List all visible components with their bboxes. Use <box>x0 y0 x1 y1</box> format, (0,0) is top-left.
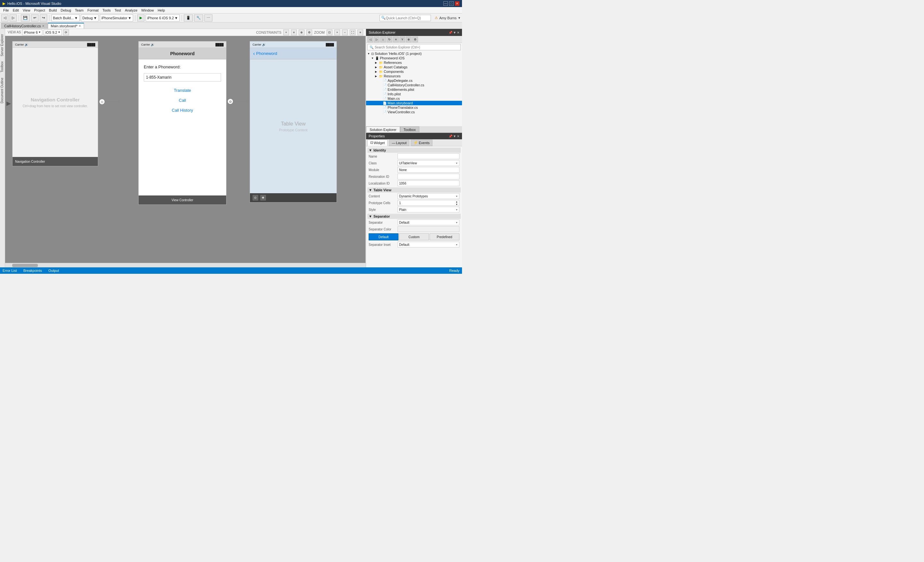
constraint-settings-button[interactable]: ⚙ <box>306 30 312 35</box>
device-button[interactable]: 📱 <box>184 14 193 21</box>
run-target-dropdown[interactable]: iPhone 6 iOS 9.2 ▼ <box>146 14 180 21</box>
zoom-in-button[interactable]: + <box>334 30 340 35</box>
tree-entitlements[interactable]: 📄 Entitlements.plist <box>366 87 462 92</box>
menu-window[interactable]: Window <box>139 7 156 13</box>
ios-dropdown[interactable]: iOS 9.2 ▼ <box>44 30 62 35</box>
zoom-fit-button[interactable]: ⊡ <box>327 30 332 35</box>
configuration-dropdown[interactable]: Debug ▼ <box>81 14 99 21</box>
tree-references[interactable]: ▶ 📁 References <box>366 60 462 65</box>
se-search-input[interactable] <box>375 45 459 49</box>
sidebar-server-explorer[interactable]: Server Explorer <box>0 32 5 59</box>
tree-maincs[interactable]: 📄 Main.cs <box>366 96 462 101</box>
expand-icon[interactable]: ▶ <box>375 66 379 69</box>
search-toolbar[interactable]: 🔍 <box>380 15 431 21</box>
menu-tools[interactable]: Tools <box>100 7 112 13</box>
expand-icon[interactable]: ▼ <box>371 57 375 60</box>
identity-section[interactable]: ▼ Identity <box>368 148 461 153</box>
se-refresh-button[interactable]: ↻ <box>387 37 392 42</box>
back-button[interactable]: ◁ <box>1 14 8 21</box>
menu-debug[interactable]: Debug <box>59 7 73 13</box>
menu-analyze[interactable]: Analyze <box>123 7 139 13</box>
stepper[interactable]: ▲ ▼ <box>456 201 458 206</box>
vc-input-field[interactable]: 1-855-Xamarin <box>144 73 221 81</box>
prop-module-value[interactable]: None <box>398 167 459 173</box>
table-view-controller[interactable]: Carrier 🔊 ████ ‹ Phoneword Table View Pr… <box>250 41 337 203</box>
sidebar-document-outline[interactable]: Document Outline <box>0 75 5 106</box>
menu-build[interactable]: Build <box>47 7 59 13</box>
tab-mainstoryboard[interactable]: Main.storyboard* ✕ <box>48 23 84 29</box>
expand-icon[interactable]: ▶ <box>375 75 379 78</box>
prop-sep-inset-value[interactable]: Default <box>398 242 459 248</box>
prop-prototype-value[interactable]: 1 ▲ ▼ <box>398 200 459 206</box>
call-history-button[interactable]: Call History <box>144 108 221 113</box>
menu-test[interactable]: Test <box>112 7 123 13</box>
menu-edit[interactable]: Edit <box>11 7 21 13</box>
prop-content-value[interactable]: Dynamic Prototypes <box>398 193 459 199</box>
se-forward-button[interactable]: ▷ <box>374 37 380 42</box>
expand-icon[interactable]: ▶ <box>375 70 379 73</box>
constraint-resolve-button[interactable]: ⊕ <box>299 30 304 35</box>
view-controller[interactable]: Carrier 🔊 ████ Phoneword Enter a Phonewo… <box>138 41 226 205</box>
se-search[interactable]: 🔍 <box>368 44 461 50</box>
menu-view[interactable]: View <box>21 7 32 13</box>
canvas[interactable]: ▶ Carrier 🔊 ████ Navigation Controller C… <box>5 36 366 263</box>
back-label[interactable]: Phoneword <box>256 51 277 56</box>
dropdown-icon[interactable]: ▼ <box>453 31 456 35</box>
status-breakpoints[interactable]: Breakpoints <box>23 269 42 272</box>
constraint-options-button[interactable]: ≡ <box>291 30 297 35</box>
custom-button[interactable]: Custom <box>399 233 429 240</box>
tree-project[interactable]: ▼ 📱 Phoneword iOS <box>366 56 462 60</box>
tab-close[interactable]: ✕ <box>79 24 81 28</box>
window-controls[interactable]: — □ ✕ <box>443 1 459 6</box>
tab-toolbox[interactable]: Toolbox <box>400 126 419 132</box>
restoration-input[interactable] <box>399 175 458 179</box>
minimize-button[interactable]: — <box>443 1 448 6</box>
tab-callhistory[interactable]: CallHistoryController.cs ✕ <box>1 23 48 29</box>
canvas-scrollbar[interactable] <box>5 263 366 267</box>
tree-asset-catalogs[interactable]: ▶ 📁 Asset Catalogs <box>366 65 462 69</box>
name-input[interactable] <box>399 155 458 158</box>
tree-resources[interactable]: ▶ 📁 Resources <box>366 74 462 78</box>
forward-button[interactable]: ▷ <box>10 14 16 21</box>
more-button[interactable]: ⋯ <box>204 14 212 21</box>
translate-button[interactable]: Translate <box>144 88 221 93</box>
tab-close[interactable]: ✕ <box>42 24 45 28</box>
pin-icon[interactable]: 📌 <box>448 31 452 35</box>
platform-dropdown[interactable]: iPhoneSimulator ▼ <box>100 14 133 21</box>
tree-solution[interactable]: ▼ ⊡ Solution 'Hello.iOS' (1 project) <box>366 51 462 56</box>
se-home-button[interactable]: ⌂ <box>380 37 386 42</box>
close-icon[interactable]: ✕ <box>457 134 459 138</box>
close-button[interactable]: ✕ <box>455 1 459 6</box>
redo-button[interactable]: ↪ <box>40 14 47 21</box>
sidebar-toolbox[interactable]: Toolbox <box>0 59 5 75</box>
chevron-down-icon[interactable]: ▼ <box>458 17 461 20</box>
predefined-button[interactable]: Predefined <box>430 233 459 240</box>
batch-build-dropdown[interactable]: Batch Build... ▼ <box>51 14 80 21</box>
prop-tab-layout[interactable]: — Layout <box>389 140 410 146</box>
step-up[interactable]: ▲ <box>456 201 458 203</box>
dropdown-icon[interactable]: ▼ <box>453 134 456 138</box>
se-settings-button[interactable]: ⚙ <box>412 37 418 42</box>
tree-appdelegate[interactable]: 📄 AppDelegate.cs <box>366 78 462 83</box>
zoom-fullscreen-button[interactable]: ⛶ <box>350 30 356 35</box>
prop-separator-value[interactable]: Default <box>398 219 459 225</box>
se-sync-button[interactable]: ⊕ <box>406 37 412 42</box>
se-filter-button[interactable]: Y <box>399 37 405 42</box>
se-properties-button[interactable]: ≡ <box>393 37 399 42</box>
tools-button[interactable]: 🔧 <box>194 14 203 21</box>
prop-class-value[interactable]: UITableView <box>398 160 459 166</box>
add-constraint-button[interactable]: + <box>283 30 289 35</box>
save-button[interactable]: 💾 <box>21 14 30 21</box>
navigation-controller[interactable]: Carrier 🔊 ████ Navigation Controller Ctr… <box>12 41 98 166</box>
tableview-section[interactable]: ▼ Table View <box>368 188 461 192</box>
tree-infoplist[interactable]: 📄 Info.plist <box>366 92 462 96</box>
scrollbar-thumb[interactable] <box>12 264 38 267</box>
tab-solution-explorer[interactable]: Solution Explorer <box>366 126 400 132</box>
prop-tab-widget[interactable]: ⊡ Widget <box>368 140 388 146</box>
orientation-button[interactable]: ⟳ <box>63 30 69 35</box>
expand-icon[interactable]: ▶ <box>375 61 379 64</box>
tree-components[interactable]: ▶ 📁 Components <box>366 69 462 74</box>
maximize-button[interactable]: □ <box>449 1 454 6</box>
zoom-out-button[interactable]: − <box>342 30 348 35</box>
menu-project[interactable]: Project <box>32 7 47 13</box>
